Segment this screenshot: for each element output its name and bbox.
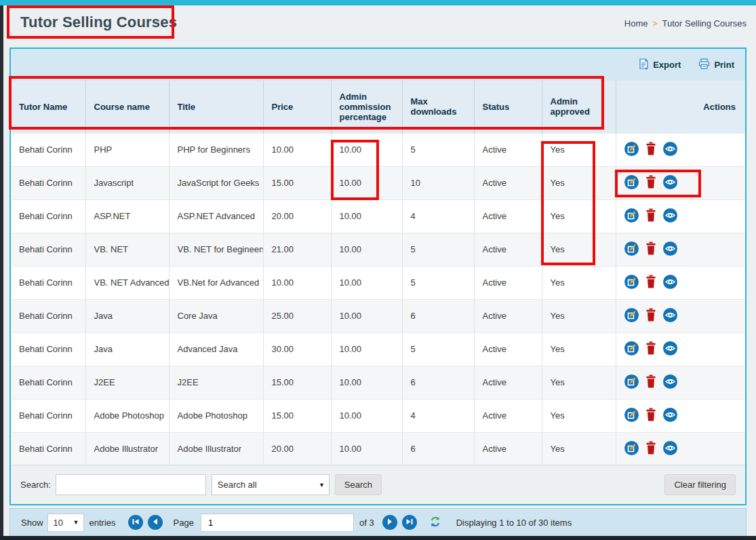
view-action-button[interactable] [663, 308, 677, 324]
cell-actions [616, 432, 745, 465]
cell-status: Active [474, 399, 542, 432]
trash-icon [645, 408, 656, 423]
clear-filtering-button[interactable]: Clear filtering [664, 474, 736, 495]
entries-select[interactable]: 10 [47, 514, 84, 532]
edit-action-button[interactable] [624, 341, 639, 358]
table-row: Behati CorinnASP.NETASP.NET Advanced20.0… [11, 199, 745, 233]
eye-icon [663, 208, 677, 225]
export-button[interactable]: Export [638, 58, 681, 72]
eye-icon [663, 275, 677, 291]
delete-action-button[interactable] [645, 408, 656, 423]
trash-icon [645, 175, 656, 191]
cell-max-downloads: 6 [402, 366, 474, 399]
cell-max-downloads: 10 [402, 166, 474, 199]
display-status: Displaying 1 to 10 of 30 items [456, 518, 572, 528]
search-field-select[interactable]: Search all [212, 474, 330, 495]
previous-page-button[interactable] [148, 515, 163, 530]
page-number-input[interactable] [201, 514, 354, 532]
trash-icon [645, 341, 656, 357]
view-action-button[interactable] [663, 175, 677, 191]
breadcrumb-separator: > [652, 19, 657, 28]
view-action-button[interactable] [663, 341, 677, 358]
edit-action-button[interactable] [624, 142, 639, 158]
delete-action-button[interactable] [645, 275, 656, 290]
trash-icon [645, 374, 656, 390]
edit-icon [624, 275, 639, 291]
cell-tutor: Behati Corinn [11, 299, 85, 332]
eye-icon [663, 441, 677, 457]
cell-commission: 10.00 [331, 399, 402, 432]
trash-icon [645, 308, 656, 324]
delete-action-button[interactable] [645, 242, 656, 257]
cell-approved: Yes [542, 133, 616, 166]
panel-toolbar: Export Print [11, 49, 745, 81]
table-row: Behati CorinnJavaAdvanced Java30.0010.00… [11, 332, 745, 366]
view-action-button[interactable] [663, 374, 677, 391]
edit-action-button[interactable] [624, 408, 639, 424]
column-header-price[interactable]: Price [263, 81, 331, 133]
cell-title: Adobe Photoshop [169, 399, 263, 432]
search-input[interactable] [56, 474, 206, 495]
cell-tutor: Behati Corinn [11, 199, 85, 233]
column-header-admin-approved[interactable]: Admin approved [542, 81, 616, 133]
next-page-button[interactable] [382, 515, 397, 530]
delete-action-button[interactable] [645, 142, 656, 157]
cell-status: Active [474, 133, 542, 166]
column-header-max-downloads[interactable]: Max downloads [402, 81, 474, 133]
delete-action-button[interactable] [645, 208, 656, 224]
column-header-actions[interactable]: Actions [616, 81, 745, 133]
cell-title: VB. NET for Begineers [169, 233, 263, 266]
edit-action-button[interactable] [624, 242, 639, 258]
cell-max-downloads: 5 [402, 266, 474, 299]
view-action-button[interactable] [663, 441, 677, 457]
last-page-icon [405, 518, 414, 528]
column-header-status[interactable]: Status [474, 81, 542, 133]
last-page-button[interactable] [402, 515, 417, 530]
delete-action-button[interactable] [645, 374, 656, 390]
cell-price: 10.00 [263, 133, 331, 166]
table-row: Behati CorinnAdobe IllustratorAdobe Illu… [11, 432, 745, 465]
cell-actions [616, 399, 745, 432]
trash-icon [645, 208, 656, 224]
cell-status: Active [474, 432, 542, 465]
cell-title: Core Java [169, 299, 263, 332]
delete-action-button[interactable] [645, 341, 656, 357]
cell-status: Active [474, 166, 542, 199]
delete-action-button[interactable] [645, 441, 656, 457]
view-action-button[interactable] [663, 208, 677, 225]
previous-page-icon [151, 518, 159, 528]
cell-commission: 10.00 [331, 432, 402, 465]
eye-icon [663, 175, 677, 191]
cell-tutor: Behati Corinn [11, 233, 85, 266]
view-action-button[interactable] [663, 242, 677, 258]
edit-action-button[interactable] [624, 308, 639, 324]
cell-max-downloads: 4 [402, 199, 474, 233]
print-button[interactable]: Print [698, 58, 734, 71]
edit-action-button[interactable] [624, 374, 639, 391]
cell-actions [616, 299, 745, 332]
edit-action-button[interactable] [624, 275, 639, 291]
first-page-button[interactable] [128, 515, 143, 530]
eye-icon [663, 308, 677, 324]
refresh-button[interactable] [429, 516, 441, 530]
cell-actions [616, 199, 745, 233]
search-button[interactable]: Search [335, 474, 382, 495]
column-header-tutor-name[interactable]: Tutor Name [11, 81, 85, 133]
breadcrumb-home-link[interactable]: Home [624, 18, 648, 28]
column-header-admin-commission-percentage[interactable]: Admin commission percentage [331, 81, 402, 133]
view-action-button[interactable] [663, 142, 677, 158]
column-header-course-name[interactable]: Course name [85, 81, 169, 133]
cell-commission: 10.00 [331, 233, 402, 266]
cell-title: Adobe Illustrator [169, 432, 263, 465]
view-action-button[interactable] [663, 275, 677, 291]
edit-action-button[interactable] [624, 175, 639, 191]
breadcrumb: Home>Tutor Selling Courses [624, 18, 747, 28]
column-header-title[interactable]: Title [169, 81, 263, 133]
eye-icon [663, 408, 677, 424]
bottom-edge-bar [0, 536, 756, 540]
edit-action-button[interactable] [624, 441, 639, 457]
delete-action-button[interactable] [645, 308, 656, 324]
view-action-button[interactable] [663, 408, 677, 424]
delete-action-button[interactable] [645, 175, 656, 191]
edit-action-button[interactable] [624, 208, 639, 225]
